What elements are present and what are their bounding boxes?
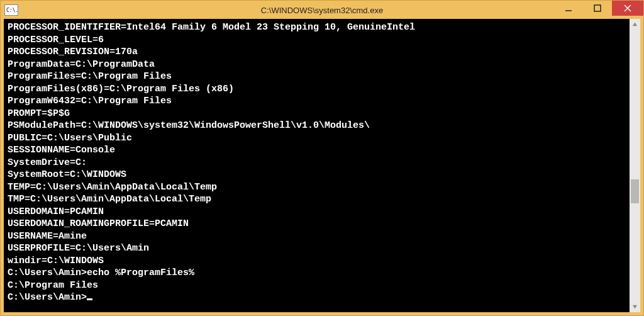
cursor-icon — [87, 298, 92, 300]
console-line: PROCESSOR_IDENTIFIER=Intel64 Family 6 Mo… — [8, 21, 626, 34]
console-line: ProgramFiles(x86)=C:\Program Files (x86) — [8, 83, 626, 96]
console-line: PSModulePath=C:\WINDOWS\system32\Windows… — [8, 120, 626, 132]
console-line: SystemRoot=C:\WINDOWS — [8, 169, 626, 181]
console-line: TEMP=C:\Users\Amin\AppData\Local\Temp — [8, 181, 626, 194]
console-line: USERDOMAIN=PCAMIN — [8, 206, 626, 218]
console-line: C:\Program Files — [8, 279, 626, 292]
close-button[interactable] — [612, 1, 643, 16]
console-line: PROCESSOR_REVISION=170a — [8, 46, 626, 59]
console-area: PROCESSOR_IDENTIFIER=Intel64 Family 6 Mo… — [4, 19, 640, 312]
console-output[interactable]: PROCESSOR_IDENTIFIER=Intel64 Family 6 Mo… — [4, 19, 630, 312]
console-line: PUBLIC=C:\Users\Public — [8, 132, 626, 145]
console-line: ProgramW6432=C:\Program Files — [8, 95, 626, 108]
console-line: ProgramData=C:\ProgramData — [8, 59, 626, 71]
console-line: USERNAME=Amine — [8, 230, 626, 243]
maximize-button[interactable] — [583, 1, 612, 16]
console-line: windir=C:\WINDOWS — [8, 255, 626, 268]
console-line: PROMPT=$P$G — [8, 108, 626, 120]
console-line: ProgramFiles=C:\Program Files — [8, 71, 626, 83]
console-line: USERPROFILE=C:\Users\Amin — [8, 242, 626, 255]
console-line: C:\Users\Amin>echo %ProgramFiles% — [8, 267, 626, 279]
window-controls — [554, 1, 643, 16]
scroll-down-arrow-icon[interactable] — [630, 302, 640, 312]
scroll-up-arrow-icon[interactable] — [630, 19, 640, 30]
window-title: C:\WINDOWS\system32\cmd.exe — [261, 6, 383, 15]
vertical-scrollbar[interactable] — [630, 19, 640, 312]
cmd-icon: C:\. — [4, 4, 18, 16]
scroll-track[interactable] — [630, 30, 640, 302]
console-line: PROCESSOR_LEVEL=6 — [8, 34, 626, 47]
console-line: SystemDrive=C: — [8, 157, 626, 169]
console-prompt[interactable]: C:\Users\Amin> — [8, 291, 626, 304]
window-titlebar: C:\. C:\WINDOWS\system32\cmd.exe — [1, 1, 643, 20]
minimize-button[interactable] — [554, 1, 583, 16]
console-line: SESSIONNAME=Console — [8, 144, 626, 157]
console-line: TMP=C:\Users\Amin\AppData\Local\Temp — [8, 193, 626, 206]
console-line: USERDOMAIN_ROAMINGPROFILE=PCAMIN — [8, 218, 626, 230]
svg-rect-1 — [594, 5, 601, 11]
scroll-thumb[interactable] — [631, 179, 639, 203]
